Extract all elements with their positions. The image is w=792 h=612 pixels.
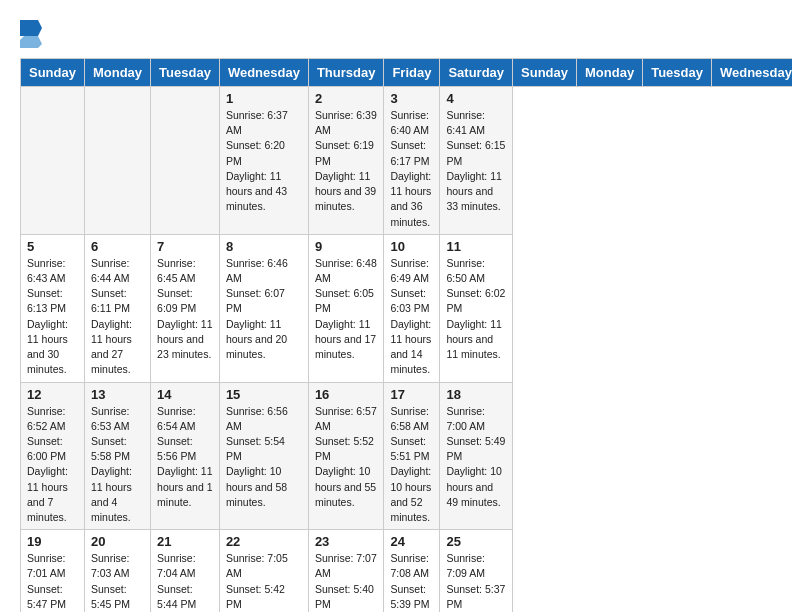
header-sunday: Sunday — [513, 59, 577, 87]
calendar-cell: 15Sunrise: 6:56 AM Sunset: 5:54 PM Dayli… — [219, 382, 308, 530]
calendar-cell: 5Sunrise: 6:43 AM Sunset: 6:13 PM Daylig… — [21, 234, 85, 382]
day-info: Sunrise: 6:56 AM Sunset: 5:54 PM Dayligh… — [226, 404, 302, 511]
calendar-cell: 23Sunrise: 7:07 AM Sunset: 5:40 PM Dayli… — [308, 530, 384, 612]
calendar-cell: 22Sunrise: 7:05 AM Sunset: 5:42 PM Dayli… — [219, 530, 308, 612]
day-info: Sunrise: 6:49 AM Sunset: 6:03 PM Dayligh… — [390, 256, 433, 378]
calendar-cell: 1Sunrise: 6:37 AM Sunset: 6:20 PM Daylig… — [219, 87, 308, 235]
calendar-cell — [84, 87, 150, 235]
day-info: Sunrise: 6:57 AM Sunset: 5:52 PM Dayligh… — [315, 404, 378, 511]
day-number: 4 — [446, 91, 506, 106]
calendar-cell: 11Sunrise: 6:50 AM Sunset: 6:02 PM Dayli… — [440, 234, 513, 382]
day-number: 12 — [27, 387, 78, 402]
day-number: 13 — [91, 387, 144, 402]
day-number: 9 — [315, 239, 378, 254]
day-info: Sunrise: 6:50 AM Sunset: 6:02 PM Dayligh… — [446, 256, 506, 363]
calendar-cell: 9Sunrise: 6:48 AM Sunset: 6:05 PM Daylig… — [308, 234, 384, 382]
day-number: 8 — [226, 239, 302, 254]
calendar-cell: 12Sunrise: 6:52 AM Sunset: 6:00 PM Dayli… — [21, 382, 85, 530]
day-number: 6 — [91, 239, 144, 254]
header-day-tuesday: Tuesday — [151, 59, 220, 87]
calendar-cell: 24Sunrise: 7:08 AM Sunset: 5:39 PM Dayli… — [384, 530, 440, 612]
logo — [20, 20, 42, 48]
day-info: Sunrise: 6:44 AM Sunset: 6:11 PM Dayligh… — [91, 256, 144, 378]
day-info: Sunrise: 7:09 AM Sunset: 5:37 PM Dayligh… — [446, 551, 506, 612]
calendar-cell: 19Sunrise: 7:01 AM Sunset: 5:47 PM Dayli… — [21, 530, 85, 612]
day-info: Sunrise: 7:07 AM Sunset: 5:40 PM Dayligh… — [315, 551, 378, 612]
day-number: 11 — [446, 239, 506, 254]
day-number: 22 — [226, 534, 302, 549]
day-number: 25 — [446, 534, 506, 549]
header-wednesday: Wednesday — [711, 59, 792, 87]
day-number: 10 — [390, 239, 433, 254]
header-day-wednesday: Wednesday — [219, 59, 308, 87]
header-day-sunday: Sunday — [21, 59, 85, 87]
logo-icon — [20, 20, 42, 48]
calendar-cell: 4Sunrise: 6:41 AM Sunset: 6:15 PM Daylig… — [440, 87, 513, 235]
calendar-week-4: 19Sunrise: 7:01 AM Sunset: 5:47 PM Dayli… — [21, 530, 793, 612]
calendar-cell: 3Sunrise: 6:40 AM Sunset: 6:17 PM Daylig… — [384, 87, 440, 235]
day-info: Sunrise: 6:43 AM Sunset: 6:13 PM Dayligh… — [27, 256, 78, 378]
day-number: 21 — [157, 534, 213, 549]
calendar-cell: 18Sunrise: 7:00 AM Sunset: 5:49 PM Dayli… — [440, 382, 513, 530]
day-info: Sunrise: 6:46 AM Sunset: 6:07 PM Dayligh… — [226, 256, 302, 363]
day-info: Sunrise: 6:54 AM Sunset: 5:56 PM Dayligh… — [157, 404, 213, 511]
day-info: Sunrise: 6:37 AM Sunset: 6:20 PM Dayligh… — [226, 108, 302, 215]
calendar-cell: 10Sunrise: 6:49 AM Sunset: 6:03 PM Dayli… — [384, 234, 440, 382]
header-day-thursday: Thursday — [308, 59, 384, 87]
calendar-cell: 8Sunrise: 6:46 AM Sunset: 6:07 PM Daylig… — [219, 234, 308, 382]
day-info: Sunrise: 7:01 AM Sunset: 5:47 PM Dayligh… — [27, 551, 78, 612]
day-info: Sunrise: 6:45 AM Sunset: 6:09 PM Dayligh… — [157, 256, 213, 363]
day-info: Sunrise: 6:41 AM Sunset: 6:15 PM Dayligh… — [446, 108, 506, 215]
day-number: 19 — [27, 534, 78, 549]
calendar-cell: 13Sunrise: 6:53 AM Sunset: 5:58 PM Dayli… — [84, 382, 150, 530]
calendar-cell — [21, 87, 85, 235]
svg-marker-1 — [20, 36, 42, 48]
day-number: 3 — [390, 91, 433, 106]
day-number: 1 — [226, 91, 302, 106]
day-number: 15 — [226, 387, 302, 402]
day-info: Sunrise: 7:05 AM Sunset: 5:42 PM Dayligh… — [226, 551, 302, 612]
calendar-cell — [151, 87, 220, 235]
header-monday: Monday — [577, 59, 643, 87]
day-info: Sunrise: 6:53 AM Sunset: 5:58 PM Dayligh… — [91, 404, 144, 526]
day-number: 5 — [27, 239, 78, 254]
day-info: Sunrise: 6:52 AM Sunset: 6:00 PM Dayligh… — [27, 404, 78, 526]
header-day-friday: Friday — [384, 59, 440, 87]
svg-marker-0 — [20, 20, 42, 36]
header-tuesday: Tuesday — [643, 59, 712, 87]
day-info: Sunrise: 6:48 AM Sunset: 6:05 PM Dayligh… — [315, 256, 378, 363]
page-header — [20, 20, 772, 48]
day-number: 2 — [315, 91, 378, 106]
calendar-week-3: 12Sunrise: 6:52 AM Sunset: 6:00 PM Dayli… — [21, 382, 793, 530]
calendar-table: SundayMondayTuesdayWednesdayThursdayFrid… — [20, 58, 792, 612]
calendar-cell: 16Sunrise: 6:57 AM Sunset: 5:52 PM Dayli… — [308, 382, 384, 530]
day-number: 16 — [315, 387, 378, 402]
calendar-cell: 21Sunrise: 7:04 AM Sunset: 5:44 PM Dayli… — [151, 530, 220, 612]
day-number: 20 — [91, 534, 144, 549]
day-number: 23 — [315, 534, 378, 549]
day-info: Sunrise: 7:00 AM Sunset: 5:49 PM Dayligh… — [446, 404, 506, 511]
calendar-header-row: SundayMondayTuesdayWednesdayThursdayFrid… — [21, 59, 793, 87]
header-day-saturday: Saturday — [440, 59, 513, 87]
calendar-cell: 20Sunrise: 7:03 AM Sunset: 5:45 PM Dayli… — [84, 530, 150, 612]
day-info: Sunrise: 6:58 AM Sunset: 5:51 PM Dayligh… — [390, 404, 433, 526]
calendar-cell: 2Sunrise: 6:39 AM Sunset: 6:19 PM Daylig… — [308, 87, 384, 235]
calendar-week-1: 1Sunrise: 6:37 AM Sunset: 6:20 PM Daylig… — [21, 87, 793, 235]
day-info: Sunrise: 7:03 AM Sunset: 5:45 PM Dayligh… — [91, 551, 144, 612]
day-info: Sunrise: 7:04 AM Sunset: 5:44 PM Dayligh… — [157, 551, 213, 612]
calendar-cell: 6Sunrise: 6:44 AM Sunset: 6:11 PM Daylig… — [84, 234, 150, 382]
day-number: 17 — [390, 387, 433, 402]
day-info: Sunrise: 7:08 AM Sunset: 5:39 PM Dayligh… — [390, 551, 433, 612]
day-number: 14 — [157, 387, 213, 402]
day-number: 24 — [390, 534, 433, 549]
day-info: Sunrise: 6:39 AM Sunset: 6:19 PM Dayligh… — [315, 108, 378, 215]
header-day-monday: Monday — [84, 59, 150, 87]
calendar-cell: 25Sunrise: 7:09 AM Sunset: 5:37 PM Dayli… — [440, 530, 513, 612]
calendar-cell: 7Sunrise: 6:45 AM Sunset: 6:09 PM Daylig… — [151, 234, 220, 382]
calendar-cell: 14Sunrise: 6:54 AM Sunset: 5:56 PM Dayli… — [151, 382, 220, 530]
calendar-cell: 17Sunrise: 6:58 AM Sunset: 5:51 PM Dayli… — [384, 382, 440, 530]
day-number: 7 — [157, 239, 213, 254]
calendar-week-2: 5Sunrise: 6:43 AM Sunset: 6:13 PM Daylig… — [21, 234, 793, 382]
day-info: Sunrise: 6:40 AM Sunset: 6:17 PM Dayligh… — [390, 108, 433, 230]
day-number: 18 — [446, 387, 506, 402]
